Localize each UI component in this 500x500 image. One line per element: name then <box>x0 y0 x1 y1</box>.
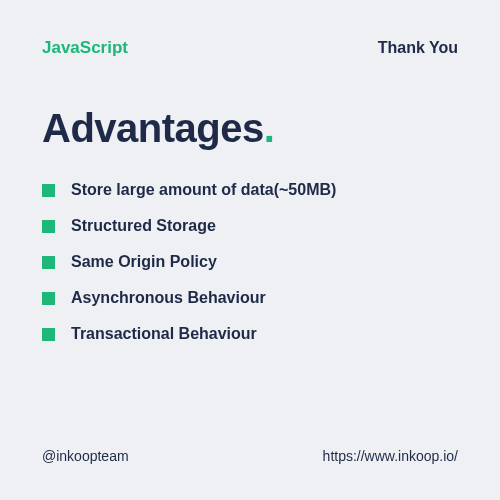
footer: @inkoopteam https://www.inkoop.io/ <box>42 448 458 464</box>
header: JavaScript Thank You <box>42 38 458 58</box>
list-item: Structured Storage <box>42 217 458 235</box>
square-bullet-icon <box>42 220 55 233</box>
brand-label: JavaScript <box>42 38 128 58</box>
list-item-text: Structured Storage <box>71 217 216 235</box>
title-section: Advantages. <box>42 106 458 151</box>
list-item: Transactional Behaviour <box>42 325 458 343</box>
list-item-text: Transactional Behaviour <box>71 325 257 343</box>
list-item: Asynchronous Behaviour <box>42 289 458 307</box>
title-accent-dot: . <box>264 106 275 150</box>
list-item: Store large amount of data(~50MB) <box>42 181 458 199</box>
square-bullet-icon <box>42 184 55 197</box>
square-bullet-icon <box>42 328 55 341</box>
thanks-label: Thank You <box>378 39 458 57</box>
list-item-text: Asynchronous Behaviour <box>71 289 266 307</box>
list-item: Same Origin Policy <box>42 253 458 271</box>
advantages-list: Store large amount of data(~50MB) Struct… <box>42 181 458 343</box>
list-item-text: Store large amount of data(~50MB) <box>71 181 336 199</box>
list-item-text: Same Origin Policy <box>71 253 217 271</box>
square-bullet-icon <box>42 256 55 269</box>
page-title: Advantages <box>42 106 264 150</box>
square-bullet-icon <box>42 292 55 305</box>
social-handle: @inkoopteam <box>42 448 129 464</box>
website-url: https://www.inkoop.io/ <box>323 448 458 464</box>
